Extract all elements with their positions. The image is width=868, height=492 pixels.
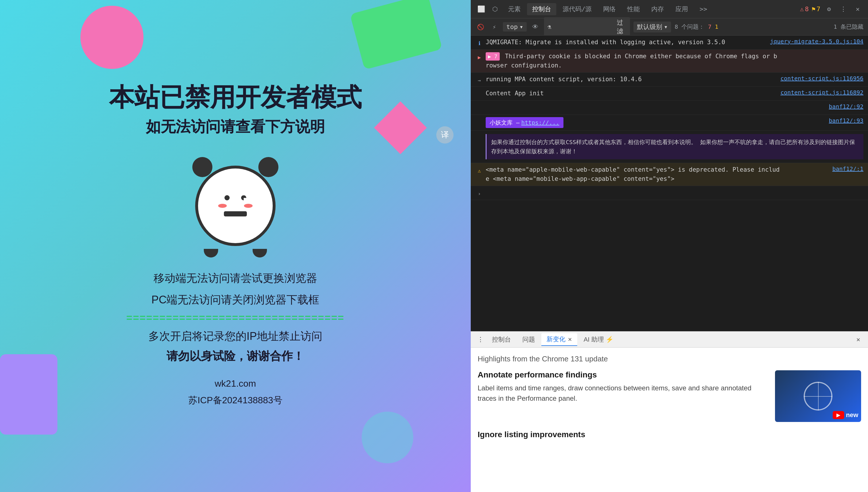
clock-mouth — [224, 211, 247, 217]
settings-icon[interactable]: ⚙ — [823, 3, 835, 15]
console-row: 小妖文库 – https://... banf12/:93 — [471, 115, 868, 131]
tab-sources[interactable]: 源代码/源 — [557, 3, 597, 15]
clock-foot-left — [204, 249, 218, 257]
feature-text: Annotate performance findings Label item… — [478, 370, 766, 403]
feature-annotate: Annotate performance findings Label item… — [478, 370, 861, 422]
console-row: ⚠ <meta name="apple-mobile-web-capable" … — [471, 163, 868, 186]
console-row: ℹ JQMIGRATE: Migrate is installed with l… — [471, 35, 868, 50]
new-badge: new — [846, 411, 858, 419]
clock-cheeks — [218, 204, 253, 208]
inspect-icon[interactable]: ⬡ — [489, 3, 501, 15]
filter-input-box[interactable]: ⚗ 过滤 — [544, 17, 630, 37]
clock-body — [195, 166, 276, 246]
tab-console-bottom[interactable]: 控制台 — [487, 334, 516, 346]
clock-foot-right — [253, 249, 267, 257]
console-row: → running MPA content script, version: 1… — [471, 73, 868, 87]
main-content: 本站已禁用开发者模式 如无法访问请查看下方说明 — [86, 83, 385, 409]
console-message: running MPA content script, version: 10.… — [486, 75, 778, 84]
youtube-icon: ▶ — [833, 411, 844, 419]
clock-eyes — [224, 195, 246, 200]
close-bottom-panel-icon[interactable]: ✕ — [853, 335, 863, 345]
translate-button-icon[interactable]: 译 — [436, 126, 453, 144]
tab-whatsnew[interactable]: 新变化 ✕ — [541, 333, 577, 346]
feature-heading: Annotate performance findings — [478, 370, 766, 379]
console-message: Content App init — [486, 89, 778, 98]
clear-console-icon[interactable]: 🚫 — [475, 22, 486, 32]
chevron-down-icon: ▾ — [664, 23, 668, 30]
console-row: ▶ ▶ 7 Third-party cookie is blocked in C… — [471, 50, 868, 73]
danger-warning: 请勿以身试险，谢谢合作！ — [109, 348, 362, 364]
site-label: 小妖文库 – https://... — [486, 117, 564, 128]
sub-title: 如无法访问请查看下方说明 — [109, 117, 362, 137]
close-whatsnew-icon[interactable]: ✕ — [568, 337, 572, 342]
tab-memory[interactable]: 内存 — [646, 3, 669, 15]
devtools-toolbar: ⬜ ⬡ 元素 控制台 源代码/源 网络 性能 内存 应用 >> ⚠ 8 ⚑ 7 … — [471, 0, 868, 18]
source-link[interactable]: banf12/:1 — [783, 165, 863, 172]
decorative-purple-rect — [0, 354, 57, 435]
source-link[interactable]: content-script.js:116892 — [780, 89, 863, 96]
devtools-tabs: 元素 控制台 源代码/源 网络 性能 内存 应用 >> — [503, 3, 798, 15]
mobile-warning: 移动端无法访问请尝试更换浏览器 — [109, 269, 362, 288]
close-icon[interactable]: ✕ — [852, 3, 863, 15]
source-link[interactable]: banf12/:92 — [783, 103, 863, 110]
youtube-badge: ▶ new — [833, 411, 858, 419]
feature-desc: Label items and time ranges, draw connec… — [478, 383, 766, 403]
info-icon: ℹ — [475, 39, 483, 47]
console-row: 如果你通过控制台的方式获取CSS样式或者其他东西，相信你可能也看到本说明。 如果… — [471, 131, 868, 163]
divider: ================================= — [109, 312, 362, 324]
console-row: › — [471, 186, 868, 200]
level-label: 默认级别 — [637, 23, 662, 31]
spacer-icon — [475, 118, 483, 126]
spacer-icon — [475, 90, 483, 98]
source-link[interactable]: banf12/:93 — [783, 117, 863, 124]
tab-issues[interactable]: 问题 — [517, 334, 540, 346]
clock-bell-left — [192, 157, 213, 177]
console-message: JQMIGRATE: Migrate is installed with log… — [486, 38, 768, 47]
tab-network[interactable]: 网络 — [598, 3, 621, 15]
webpage-content: 译 本站已禁用开发者模式 如无法访问请查看下方说明 — [0, 0, 471, 492]
tab-elements[interactable]: 元素 — [503, 3, 526, 15]
special-message: 如果你通过控制台的方式获取CSS样式或者其他东西，相信你可能也看到本说明。 如果… — [486, 134, 863, 159]
bottom-tab-menu-icon[interactable]: ⋮ — [475, 335, 486, 345]
device-toolbar-icon[interactable]: ⬜ — [475, 3, 487, 15]
clock-face — [218, 195, 253, 217]
source-link[interactable]: content-script.js:116956 — [780, 75, 863, 82]
chevron-down-icon: ▾ — [520, 23, 523, 30]
eye-icon[interactable]: 👁 — [530, 22, 541, 32]
bottom-tabs-bar: ⋮ 控制台 问题 新变化 ✕ AI 助理 ⚡ ✕ — [471, 331, 868, 348]
clock-cheek-right — [244, 204, 253, 208]
console-message: ▶ 7 Third-party cookie is blocked in Chr… — [486, 52, 781, 70]
decorative-pink-circle — [80, 6, 144, 69]
log-level-selector[interactable]: 默认级别 ▾ — [634, 22, 671, 32]
clock-bell-right — [258, 157, 278, 177]
clock-eye-left — [224, 195, 230, 200]
top-label: top — [506, 23, 518, 30]
decorative-green-rect — [350, 0, 442, 70]
footer-domain: wk21.com — [109, 375, 362, 392]
toolbar-right: ⚠ 8 ⚑ 7 ⚙ ⋮ ✕ — [800, 3, 863, 15]
flag-icon: ⚑ — [812, 5, 816, 13]
console-row: banf12/:92 — [471, 101, 868, 115]
source-link[interactable]: jquery-migrate-3.5.0.js:104 — [770, 38, 863, 45]
devtools-panel: ⬜ ⬡ 元素 控制台 源代码/源 网络 性能 内存 应用 >> ⚠ 8 ⚑ 7 … — [471, 0, 868, 492]
ignore-heading: Ignore listing improvements — [478, 430, 861, 439]
context-selector[interactable]: top ▾ — [503, 22, 527, 31]
console-output: ℹ JQMIGRATE: Migrate is installed with l… — [471, 35, 868, 331]
filter-input[interactable] — [553, 23, 615, 31]
filter-icon[interactable]: ⚡ — [489, 22, 499, 32]
console-message: 小妖文库 – https://... — [486, 117, 781, 128]
main-title: 本站已禁用开发者模式 — [109, 83, 362, 112]
issues-text: 8 个问题： — [674, 23, 704, 30]
tab-application[interactable]: 应用 — [670, 3, 693, 15]
warning-badge: ⚑ 7 — [812, 5, 821, 13]
issues-error-count: 7 — [708, 23, 711, 30]
more-options-icon[interactable]: ⋮ — [838, 3, 849, 15]
hidden-count: 1 条已隐藏 — [834, 23, 863, 31]
tab-performance[interactable]: 性能 — [622, 3, 645, 15]
tab-ai-assistant[interactable]: AI 助理 ⚡ — [578, 334, 619, 346]
bottom-content: Highlights from the Chrome 131 update An… — [471, 348, 868, 492]
tab-more[interactable]: >> — [694, 4, 713, 14]
tab-console[interactable]: 控制台 — [527, 3, 556, 15]
warning-triangle-icon: ⚠ — [800, 5, 804, 13]
console-row: Content App init content-script.js:11689… — [471, 87, 868, 101]
